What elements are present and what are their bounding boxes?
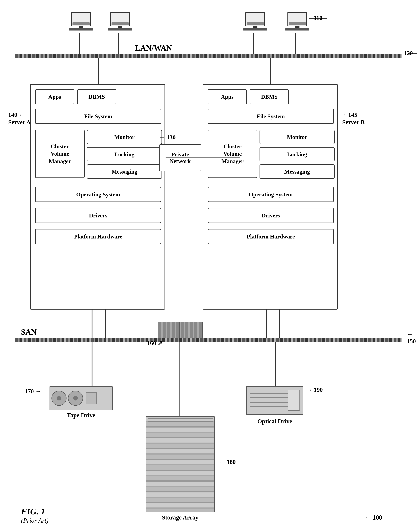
server-a-filesystem-label: File System (84, 113, 112, 120)
server-a-dbms-label: DBMS (88, 93, 105, 100)
san-switch-160 (158, 322, 203, 338)
computer-screen-4 (287, 12, 307, 26)
computer-screen-1 (71, 12, 91, 26)
server-a-os-label: Operating System (76, 191, 120, 198)
server-b-monitor-label: Monitor (287, 134, 307, 140)
server-b-filesystem: File System (208, 109, 334, 124)
server-b-cluster-box: ClusterVolumeManager (208, 130, 257, 178)
server-b-dbms-box: DBMS (250, 89, 289, 104)
ref-170-label: 170 → (25, 388, 41, 395)
line-san-to-optical (275, 342, 276, 386)
tape-drive-label: Tape Drive (50, 412, 113, 419)
computer-base-2 (108, 28, 132, 31)
line-serverB-to-san-left (266, 309, 267, 338)
server-b-messaging-box: Messaging (260, 165, 335, 179)
computer-screen-2 (110, 12, 130, 26)
server-a-apps-box: Apps (35, 89, 74, 104)
server-a-monitor-box: Monitor (87, 130, 162, 144)
server-a-monitor-label: Monitor (114, 134, 135, 140)
server-a-apps-label: Apps (48, 93, 61, 100)
lanwan-bar (15, 54, 402, 58)
server-b-platform-hw: Platform Hardware (208, 229, 334, 244)
hline-pn-to-serverB (201, 157, 240, 158)
san-label: SAN (21, 328, 37, 336)
line-lan-to-serverB (270, 58, 271, 85)
server-b-messaging-label: Messaging (284, 168, 310, 175)
line-comp2-to-lan (118, 33, 119, 54)
line-san-to-tape (92, 342, 93, 386)
tape-reel-2 (68, 391, 83, 406)
ref-110-label: 110 (314, 14, 322, 21)
server-b-dbms-label: DBMS (261, 93, 278, 100)
ref-130-label: ← 130 (159, 134, 176, 141)
server-b-name-label: Server B (342, 119, 365, 126)
storage-array-label: Storage Array (146, 514, 215, 521)
hline-serverA-to-pn (166, 157, 204, 158)
line-switch-to-storage (179, 338, 179, 416)
storage-panel-2 (147, 421, 213, 422)
tape-drive-body (50, 386, 113, 410)
ref-180-label: ← 180 (219, 458, 236, 465)
line-serverA-to-san-left (92, 309, 93, 338)
optical-drive-label: Optical Drive (243, 418, 306, 425)
server-a-locking-box: Locking (87, 147, 162, 161)
line-comp3-to-lan (253, 33, 254, 54)
optical-drive-body (246, 386, 303, 415)
ref-160-label: 160 ↗ (147, 340, 163, 347)
server-a-dbms-box: DBMS (77, 89, 116, 104)
line-comp4-to-lan (295, 33, 296, 54)
line-lan-to-serverA (98, 58, 99, 85)
server-a-cluster-label: ClusterVolumeManager (49, 143, 71, 165)
ref-150-label: ← 150 (407, 330, 420, 345)
server-b-locking-label: Locking (287, 151, 307, 158)
server-a-cluster-box: ClusterVolumeManager (35, 130, 85, 178)
server-b-apps-label: Apps (221, 93, 234, 100)
server-b-os: Operating System (208, 187, 334, 202)
lanwan-label: LAN/WAN (135, 44, 172, 53)
fig-label: FIG. 1 (21, 506, 45, 516)
san-bar (15, 338, 402, 342)
server-b-drivers-label: Drivers (262, 212, 280, 219)
server-a-drivers: Drivers (35, 208, 161, 223)
ref-140-label: 140 ← (8, 111, 25, 118)
server-a-name-label: Server A (8, 119, 31, 126)
fig-prior-art-label: (Prior Art) (21, 517, 48, 524)
tape-reel-1 (52, 391, 66, 406)
line-comp1-to-lan (79, 33, 80, 54)
server-a-filesystem: File System (35, 109, 161, 124)
line-serverB-to-san-right (279, 309, 280, 338)
server-a-box: Apps DBMS File System ClusterVolumeManag… (30, 84, 165, 309)
server-a-messaging-box: Messaging (87, 165, 162, 179)
server-a-platform-hw: Platform Hardware (35, 229, 161, 244)
computer-3 (243, 12, 267, 31)
computer-screen-3 (245, 12, 265, 26)
server-b-filesystem-label: File System (257, 113, 285, 120)
ref-145-arrow: → 145 (341, 111, 357, 118)
server-b-apps-box: Apps (208, 89, 247, 104)
line-switch-to-san (179, 322, 179, 338)
ref-120-label: 120 (404, 50, 413, 57)
server-b-box: Apps DBMS File System ClusterVolumeManag… (203, 84, 338, 309)
computer-1 (69, 12, 93, 31)
server-a-platform-hw-label: Platform Hardware (74, 233, 122, 240)
server-b-monitor-box: Monitor (260, 130, 335, 144)
computer-2 (108, 12, 132, 31)
server-a-drivers-label: Drivers (89, 212, 107, 219)
computer-4 (285, 12, 309, 31)
tape-cassette (86, 392, 96, 404)
server-b-os-label: Operating System (249, 191, 293, 198)
storage-panel-1 (147, 418, 213, 419)
server-b-cluster-label: ClusterVolumeManager (221, 143, 244, 165)
computer-base-3 (243, 28, 267, 31)
storage-array-body (146, 416, 215, 512)
server-a-os: Operating System (35, 187, 161, 202)
ref-190-label: → 190 (306, 386, 323, 393)
optical-caddy (288, 390, 300, 411)
line-serverA-to-san-right (105, 309, 106, 338)
ref-100-label: ← 100 (365, 514, 382, 521)
computer-base-1 (69, 28, 93, 31)
computer-base-4 (285, 28, 309, 31)
server-b-locking-box: Locking (260, 147, 335, 161)
server-b-drivers: Drivers (208, 208, 334, 223)
server-a-messaging-label: Messaging (112, 168, 137, 175)
